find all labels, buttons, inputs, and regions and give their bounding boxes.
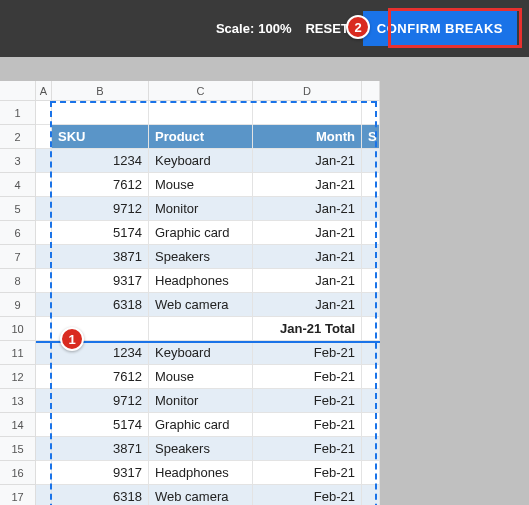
cell[interactable]: [362, 101, 380, 125]
cell-product[interactable]: Web camera: [149, 485, 253, 505]
col-header-D[interactable]: D: [253, 81, 362, 101]
spreadsheet-viewport[interactable]: A B C D 12SKUProductMonthS31234KeyboardJ…: [0, 81, 380, 505]
row-header[interactable]: 14: [0, 413, 36, 437]
cell-month[interactable]: Feb-21: [253, 341, 362, 365]
col-header-B[interactable]: B: [52, 81, 149, 101]
col-header-C[interactable]: C: [149, 81, 253, 101]
row-header[interactable]: 13: [0, 389, 36, 413]
cell-month[interactable]: Feb-21: [253, 365, 362, 389]
cell-month[interactable]: Jan-21: [253, 293, 362, 317]
cell-product[interactable]: Mouse: [149, 173, 253, 197]
row-header[interactable]: 8: [0, 269, 36, 293]
cell[interactable]: [36, 173, 52, 197]
col-header-A[interactable]: A: [36, 81, 52, 101]
cell-sku[interactable]: 6318: [52, 485, 149, 505]
cell-product[interactable]: Keyboard: [149, 149, 253, 173]
cell-month[interactable]: Feb-21: [253, 461, 362, 485]
cell-month[interactable]: Feb-21: [253, 485, 362, 505]
cell[interactable]: [362, 317, 380, 341]
cell[interactable]: [362, 461, 380, 485]
row-header[interactable]: 11: [0, 341, 36, 365]
cell-month[interactable]: Jan-21: [253, 221, 362, 245]
cell-sku[interactable]: [52, 317, 149, 341]
cell-product[interactable]: Mouse: [149, 365, 253, 389]
cell-sku[interactable]: 9317: [52, 461, 149, 485]
cell[interactable]: [362, 221, 380, 245]
cell-product[interactable]: Speakers: [149, 437, 253, 461]
cell-product[interactable]: Speakers: [149, 245, 253, 269]
row-header[interactable]: 7: [0, 245, 36, 269]
cell[interactable]: [362, 341, 380, 365]
cell[interactable]: [362, 389, 380, 413]
cell-product[interactable]: Graphic card: [149, 221, 253, 245]
cell[interactable]: [36, 341, 52, 365]
cell[interactable]: [36, 149, 52, 173]
cell-month[interactable]: Jan-21 Total: [253, 317, 362, 341]
cell-sku[interactable]: 7612: [52, 365, 149, 389]
cell-product[interactable]: Product: [149, 125, 253, 149]
cell-product[interactable]: Headphones: [149, 269, 253, 293]
cell-month[interactable]: Jan-21: [253, 269, 362, 293]
row-header[interactable]: 12: [0, 365, 36, 389]
cell-sku[interactable]: 5174: [52, 413, 149, 437]
cell-sku[interactable]: SKU: [52, 125, 149, 149]
cell[interactable]: [362, 485, 380, 505]
cell[interactable]: [36, 461, 52, 485]
cell[interactable]: [36, 485, 52, 505]
cell-product[interactable]: Web camera: [149, 293, 253, 317]
cell-product[interactable]: Monitor: [149, 389, 253, 413]
cell-sku[interactable]: 1234: [52, 341, 149, 365]
cell[interactable]: [362, 197, 380, 221]
cell-month[interactable]: Jan-21: [253, 197, 362, 221]
cell[interactable]: [36, 245, 52, 269]
cell-sku[interactable]: 9712: [52, 389, 149, 413]
scale-control[interactable]: Scale: 100%: [216, 21, 292, 36]
row-header[interactable]: 6: [0, 221, 36, 245]
cell[interactable]: [36, 365, 52, 389]
cell[interactable]: [36, 125, 52, 149]
cell-product[interactable]: [149, 101, 253, 125]
cell[interactable]: [36, 437, 52, 461]
cell[interactable]: [36, 101, 52, 125]
cell-sku[interactable]: [52, 101, 149, 125]
col-header-E[interactable]: [362, 81, 380, 101]
cell-sku[interactable]: 5174: [52, 221, 149, 245]
cell-product[interactable]: Graphic card: [149, 413, 253, 437]
cell-month[interactable]: Jan-21: [253, 149, 362, 173]
row-header[interactable]: 4: [0, 173, 36, 197]
cell[interactable]: [36, 317, 52, 341]
cell-sku[interactable]: 3871: [52, 245, 149, 269]
cell-month[interactable]: Feb-21: [253, 389, 362, 413]
cell[interactable]: [36, 221, 52, 245]
row-header[interactable]: 2: [0, 125, 36, 149]
cell[interactable]: [362, 149, 380, 173]
cell-sku[interactable]: 7612: [52, 173, 149, 197]
cell[interactable]: [362, 437, 380, 461]
cell[interactable]: [362, 365, 380, 389]
confirm-breaks-button[interactable]: CONFIRM BREAKS: [363, 11, 517, 46]
cell-product[interactable]: Keyboard: [149, 341, 253, 365]
cell-month[interactable]: [253, 101, 362, 125]
cell-sku[interactable]: 9712: [52, 197, 149, 221]
row-header[interactable]: 16: [0, 461, 36, 485]
cell-month[interactable]: Jan-21: [253, 245, 362, 269]
reset-button[interactable]: RESET: [305, 21, 348, 36]
cell-month[interactable]: Feb-21: [253, 413, 362, 437]
cell[interactable]: [36, 413, 52, 437]
cell-product[interactable]: Monitor: [149, 197, 253, 221]
cell[interactable]: [36, 197, 52, 221]
select-all-corner[interactable]: [0, 81, 36, 101]
cell-sku[interactable]: 3871: [52, 437, 149, 461]
row-header[interactable]: 3: [0, 149, 36, 173]
row-header[interactable]: 15: [0, 437, 36, 461]
cell-sku[interactable]: 1234: [52, 149, 149, 173]
row-header[interactable]: 9: [0, 293, 36, 317]
cell[interactable]: [362, 413, 380, 437]
cell-month[interactable]: Jan-21: [253, 173, 362, 197]
cell[interactable]: [36, 293, 52, 317]
cell-product[interactable]: [149, 317, 253, 341]
cell[interactable]: [36, 389, 52, 413]
cell-month[interactable]: Feb-21: [253, 437, 362, 461]
row-header[interactable]: 5: [0, 197, 36, 221]
row-header[interactable]: 17: [0, 485, 36, 505]
